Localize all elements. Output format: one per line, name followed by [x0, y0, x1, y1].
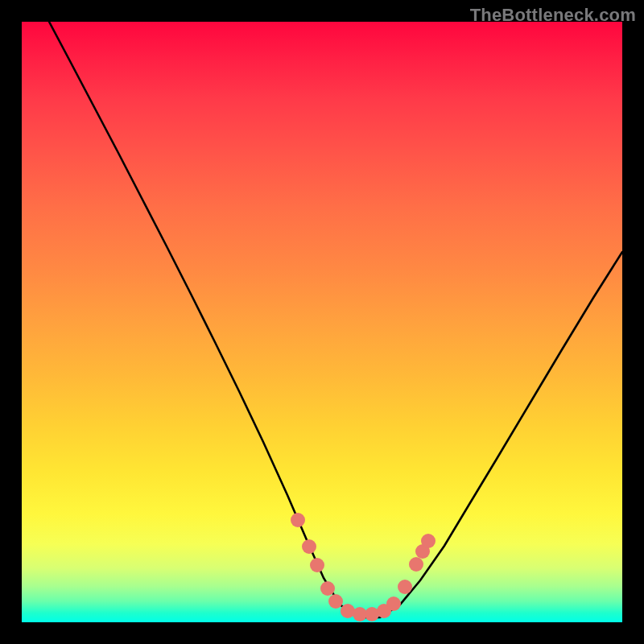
marker-dot [302, 539, 316, 554]
marker-dot [398, 580, 412, 594]
marker-dot [291, 513, 305, 527]
marker-dot [320, 581, 335, 596]
plot-area [22, 22, 622, 622]
chart-frame: TheBottleneck.com [0, 0, 644, 644]
curve-svg [22, 22, 622, 622]
marker-dot [328, 594, 343, 609]
attribution-text: TheBottleneck.com [470, 5, 636, 26]
marker-dot [409, 557, 423, 572]
marker-dot [421, 534, 436, 548]
marker-dot [386, 597, 401, 611]
marker-dot [310, 558, 324, 572]
bottleneck-curve [49, 22, 622, 617]
highlight-dots [291, 513, 436, 621]
